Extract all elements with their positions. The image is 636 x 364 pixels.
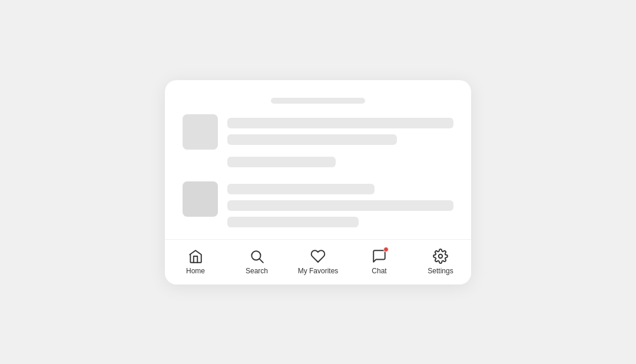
svg-point-2 — [439, 254, 443, 258]
skeleton-avatar-2 — [183, 181, 218, 217]
skeleton-line — [227, 134, 397, 145]
content-area — [165, 80, 471, 239]
nav-item-search[interactable]: Search — [226, 244, 287, 277]
skeleton-line — [227, 118, 453, 128]
skeleton-line — [227, 184, 375, 194]
app-card: Home Search My Favorites — [165, 80, 471, 284]
skeleton-text-2 — [227, 181, 453, 227]
nav-label-search: Search — [246, 267, 268, 275]
nav-label-favorites: My Favorites — [298, 267, 339, 275]
skeleton-row-1 — [183, 114, 453, 150]
svg-line-1 — [260, 259, 263, 262]
skeleton-line — [227, 200, 453, 211]
gear-icon — [432, 248, 449, 264]
skeleton-standalone — [183, 157, 453, 167]
chat-icon — [371, 248, 387, 264]
chat-badge — [383, 247, 389, 252]
skeleton-text-1 — [227, 114, 453, 145]
skeleton-line — [227, 217, 359, 227]
nav-label-settings: Settings — [428, 267, 453, 275]
home-icon — [187, 248, 204, 264]
nav-label-home: Home — [186, 267, 205, 275]
nav-item-chat[interactable]: Chat — [349, 244, 410, 277]
skeleton-row-2 — [183, 181, 453, 227]
search-icon — [249, 248, 265, 264]
nav-label-chat: Chat — [372, 267, 386, 275]
heart-icon — [310, 248, 326, 264]
nav-item-home[interactable]: Home — [165, 244, 226, 277]
skeleton-line — [227, 157, 336, 167]
bottom-nav: Home Search My Favorites — [165, 239, 471, 284]
nav-item-settings[interactable]: Settings — [410, 244, 471, 277]
nav-item-favorites[interactable]: My Favorites — [287, 244, 349, 277]
skeleton-avatar-1 — [183, 114, 218, 150]
skeleton-top-label — [271, 98, 365, 104]
